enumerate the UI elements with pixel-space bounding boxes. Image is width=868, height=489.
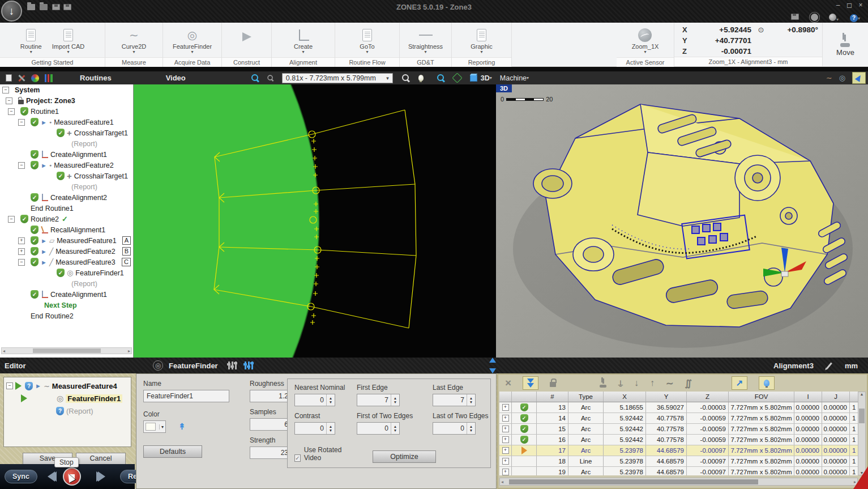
defaults-button[interactable]: Defaults [143,445,202,458]
row-expand-icon[interactable] [499,445,512,456]
row-expand-icon[interactable] [499,435,512,445]
column-header[interactable]: FOV [729,392,794,402]
expand-toggle-icon[interactable] [17,118,26,127]
tree-item[interactable]: CreateAlignment1 [0,149,133,160]
row-expand-icon[interactable] [499,424,512,434]
scrollbar-thumb[interactable] [509,479,758,484]
spinner-arrows-icon[interactable]: ▲▼ [467,423,475,434]
expand-toggle-icon[interactable] [17,150,26,159]
tree-item[interactable]: End Routine1 [0,203,133,214]
report-icon[interactable] [791,14,799,20]
scrollbar-thumb[interactable] [33,348,101,353]
expand-toggle-icon[interactable] [17,236,26,245]
tree-item[interactable]: CrosshairTarget1 [0,127,133,138]
gear-icon[interactable] [811,14,818,21]
tree-item[interactable]: Next Step [0,300,133,311]
machine-dropdown[interactable]: Machine [500,74,527,82]
last-edge-stepper[interactable]: 7▲▼ [433,394,476,406]
tree-item[interactable]: (Report) [0,278,133,289]
document-view-icon[interactable] [6,74,12,82]
sync-panels-icon[interactable] [488,357,497,374]
sync-button[interactable]: Sync [5,470,37,483]
expand-toggle-icon[interactable] [43,269,52,278]
column-header[interactable]: # [537,392,568,402]
globe-icon[interactable] [829,14,836,21]
scroll-left-icon[interactable]: ◂ [2,348,6,354]
spinner-arrows-icon[interactable]: ▲▼ [391,394,399,406]
expand-toggle-icon[interactable] [5,96,14,105]
path-icon[interactable]: ∼ [826,74,832,82]
pointer-icon[interactable]: ⍊ [618,379,623,388]
tree-item[interactable]: (Report) [0,181,133,192]
tree-item[interactable]: Routine2 ✓ [0,214,133,224]
expand-toggle-icon[interactable] [17,161,26,170]
tab-video[interactable]: Video [166,74,186,82]
minimize-button[interactable]: – [833,1,843,10]
tree-item[interactable]: MeasuredFeature1 [0,117,133,127]
tab-routines[interactable]: Routines [80,74,112,82]
row-expand-icon[interactable] [499,456,512,466]
tree-item[interactable]: MeasuredFeature3 C [0,257,133,267]
graphic-button[interactable]: Graphic ▾ [471,28,493,54]
view-3d-dropdown[interactable]: 3D [481,74,490,82]
tree-item[interactable]: End Routine2 [0,311,133,321]
video-zoom-select[interactable]: 0.81x - 7.723mm x 5.799mm ▾ [282,73,393,83]
expand-toggle-icon[interactable] [17,258,26,267]
tree-horizontal-scrollbar[interactable]: ◂ ▸ [1,347,132,354]
row-expand-icon[interactable] [499,402,512,413]
tree-item[interactable]: (Report) [0,138,133,149]
import-points-button[interactable] [523,376,538,390]
table-row[interactable]: 17 Arc 5.23978 44.68579 -0.00097 7.727mm… [499,445,858,456]
edit-pencil-icon[interactable] [826,362,832,369]
delete-icon[interactable]: × [505,377,511,389]
zoom-small-icon[interactable] [267,75,273,80]
expand-toggle-icon[interactable] [17,290,26,299]
expand-toggle-icon[interactable] [17,226,26,235]
first-edge-stepper[interactable]: 7▲▼ [357,394,400,406]
editor-item-report[interactable]: ? (Report) [5,405,130,417]
help-icon[interactable]: ? [850,14,858,22]
tree-item[interactable]: CrosshairTarget1 [0,171,133,181]
expand-toggle-icon[interactable] [17,247,26,256]
view-3d-tab[interactable]: 3D [496,84,512,92]
editor-item-featurefinder1[interactable]: ◎ FeatureFinder1 [5,392,130,405]
column-header[interactable]: Y [646,392,687,402]
table-row[interactable]: 19 Arc 5.23978 44.68579 -0.00097 7.727mm… [499,467,858,475]
optimize-button[interactable]: Optimize [373,450,436,463]
table-row[interactable]: 14 Arc 5.92442 40.77578 -0.00059 7.727mm… [499,413,858,424]
expand-toggle-icon[interactable] [31,301,40,310]
cad-3d-view[interactable]: 3D 0 20 [496,84,868,358]
stethoscope-icon[interactable]: ∬ [685,378,692,389]
expand-toggle-icon[interactable] [17,204,26,213]
spinner-arrows-icon[interactable]: ▲▼ [326,423,335,434]
expand-toggle-icon[interactable] [1,86,10,95]
lock-icon[interactable] [550,379,556,387]
spinner-arrows-icon[interactable]: ▲▼ [467,394,475,406]
tree-item[interactable]: CreateAlignment1 [0,289,133,300]
table-horizontal-scrollbar[interactable]: ◂ ▸ [499,478,858,486]
active-sensor-button[interactable]: Zoom_1X ▾ [632,28,659,54]
name-input[interactable]: FeatureFinder1 [143,390,229,402]
table-row[interactable]: 15 Arc 5.92442 40.77578 -0.00059 7.727mm… [499,424,858,435]
illumination-icon[interactable] [418,75,424,81]
last-two-edges-stepper[interactable]: 0▲▼ [433,422,476,435]
maximize-button[interactable]: ◻ [844,1,854,10]
vector-mode-button[interactable]: ↗ [732,376,747,390]
cube-3d-icon[interactable] [470,75,477,82]
alignment-name[interactable]: Alignment3 [773,362,814,370]
tree-item[interactable]: FeatureFinder1 [0,267,133,278]
video-view[interactable] [134,84,496,358]
tree-item[interactable]: Project: Zone3 [0,95,133,106]
column-header[interactable]: Type [568,392,604,402]
curve-icon[interactable]: ∼ [666,378,673,389]
units-label[interactable]: mm [845,362,858,370]
scroll-left-icon[interactable]: ◂ [500,479,504,484]
color-picker-icon[interactable]: ↟ [178,422,186,432]
column-header[interactable]: X [604,392,646,402]
close-button[interactable]: × [856,1,866,10]
target-icon[interactable]: ◎ [839,74,845,82]
zoom-region-icon[interactable] [437,74,444,82]
goto-button[interactable]: GoTo ▾ [360,28,375,54]
expand-toggle-icon[interactable] [17,312,26,321]
featurefinder-button[interactable]: ◎ FeatureFinder ▾ [173,28,212,54]
